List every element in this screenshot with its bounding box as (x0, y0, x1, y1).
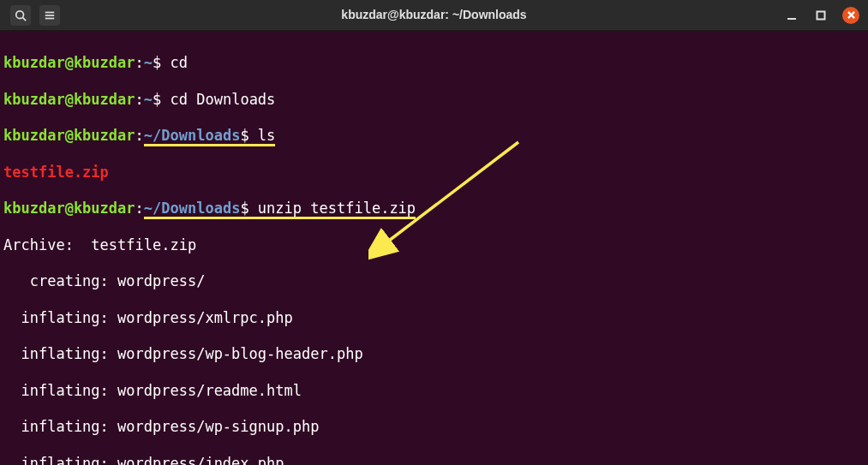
prompt-path: ~ (144, 91, 153, 108)
minimize-button[interactable] (784, 8, 799, 23)
ls-output: testfile.zip (3, 164, 865, 182)
minimize-icon (787, 10, 797, 21)
prompt-sep: : (135, 91, 144, 108)
unzip-output-line: inflating: wordpress/index.php (3, 455, 865, 465)
svg-line-10 (386, 142, 518, 243)
search-button[interactable] (10, 5, 31, 26)
prompt-user: kbuzdar@kbuzdar (3, 200, 135, 217)
command-ls: ls (249, 127, 276, 146)
unzip-output-line: inflating: wordpress/xmlrpc.php (3, 309, 865, 327)
prompt-line-1: kbuzdar@kbuzdar:~$ cd (3, 54, 865, 72)
prompt-line-4: kbuzdar@kbuzdar:~/Downloads$ unzip testf… (3, 200, 865, 218)
prompt-dollar: $ (153, 91, 161, 108)
titlebar: kbuzdar@kbuzdar: ~/Downloads (0, 0, 868, 31)
svg-line-1 (23, 17, 27, 21)
prompt-sep: : (135, 127, 144, 144)
menu-button[interactable] (39, 5, 60, 26)
window-title: kbuzdar@kbuzdar: ~/Downloads (341, 8, 526, 23)
prompt-dollar: $ (240, 127, 248, 146)
command-cd: cd (161, 54, 188, 71)
command-cd-downloads: cd Downloads (161, 91, 275, 108)
prompt-path: ~ (144, 54, 153, 71)
prompt-sep: : (135, 200, 144, 217)
prompt-path: ~/Downloads (144, 127, 241, 146)
prompt-user: kbuzdar@kbuzdar (3, 91, 135, 108)
command-unzip: unzip testfile.zip (249, 200, 416, 219)
unzip-output-line: Archive: testfile.zip (3, 236, 865, 254)
search-icon (15, 9, 27, 21)
maximize-icon (816, 10, 826, 21)
svg-rect-6 (817, 11, 825, 19)
unzip-output-line: creating: wordpress/ (3, 272, 865, 290)
prompt-dollar: $ (153, 54, 161, 71)
prompt-line-2: kbuzdar@kbuzdar:~$ cd Downloads (3, 91, 865, 109)
close-button[interactable] (842, 7, 859, 24)
prompt-path: ~/Downloads (144, 200, 241, 219)
hamburger-icon (44, 9, 56, 21)
svg-point-0 (16, 10, 24, 18)
unzip-output-line: inflating: wordpress/readme.html (3, 382, 865, 400)
prompt-user: kbuzdar@kbuzdar (3, 54, 135, 71)
prompt-line-3: kbuzdar@kbuzdar:~/Downloads$ ls (3, 127, 865, 145)
maximize-button[interactable] (813, 8, 829, 23)
unzip-output-line: inflating: wordpress/wp-signup.php (3, 418, 865, 436)
prompt-sep: : (135, 54, 144, 71)
close-icon (847, 11, 855, 19)
terminal-content[interactable]: kbuzdar@kbuzdar:~$ cd kbuzdar@kbuzdar:~$… (0, 31, 868, 465)
prompt-dollar: $ (240, 200, 248, 219)
prompt-user: kbuzdar@kbuzdar (3, 127, 135, 144)
unzip-output-line: inflating: wordpress/wp-blog-header.php (3, 345, 865, 363)
